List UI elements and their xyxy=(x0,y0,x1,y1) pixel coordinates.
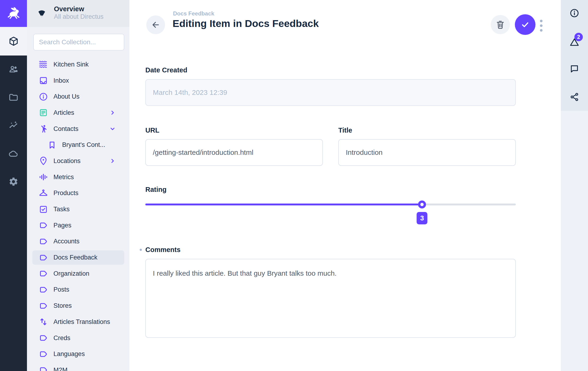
folder-icon[interactable] xyxy=(9,92,19,102)
module-content-active[interactable] xyxy=(0,27,27,56)
sidebar-item-label: Tasks xyxy=(53,206,70,213)
date-created-input xyxy=(146,89,515,97)
save-button[interactable] xyxy=(515,14,536,35)
date-created-field xyxy=(145,79,516,106)
project-title: Overview xyxy=(54,5,84,13)
sidebar-item-locations[interactable]: Locations xyxy=(27,153,129,169)
sidebar-item-label: Docs Feedback xyxy=(53,254,97,261)
equalizer-icon xyxy=(39,172,48,182)
tag-icon xyxy=(39,285,48,294)
sidebar-item-label: M2M xyxy=(53,367,68,371)
project-header[interactable]: Overview All about Directus xyxy=(27,0,129,27)
sidebar-item-label: Articles Translations xyxy=(53,318,110,326)
sidebar-item-articles[interactable]: Articles xyxy=(27,105,129,121)
title-input[interactable] xyxy=(339,149,515,156)
item-form: Date Created URL Title Rating 3 Comments xyxy=(145,0,516,371)
sidebar-item-creds[interactable]: Creds xyxy=(27,330,129,346)
url-label: URL xyxy=(145,127,159,134)
cloud-icon[interactable] xyxy=(9,149,19,159)
chevron-down-icon[interactable] xyxy=(109,125,116,132)
kebab-dot xyxy=(540,20,543,22)
sidebar-item-bryants-contacts[interactable]: Bryant's Cont... xyxy=(27,137,129,153)
sidebar-item-docs-feedback[interactable]: Docs Feedback xyxy=(27,250,129,266)
sidebar-item-label: Locations xyxy=(53,157,81,165)
sidebar-item-accounts[interactable]: Accounts xyxy=(27,233,129,250)
sidebar-item-languages[interactable]: Languages xyxy=(27,346,129,362)
sidebar-item-label: About Us xyxy=(53,93,79,100)
directus-rabbit-icon xyxy=(6,6,21,21)
sidebar-item-posts[interactable]: Posts xyxy=(27,282,129,298)
sidebar-item-label: Articles xyxy=(53,109,74,116)
title-field xyxy=(338,139,516,166)
rating-slider-handle[interactable] xyxy=(418,201,426,209)
sidebar-item-inbox[interactable]: Inbox xyxy=(27,73,129,89)
tag-icon xyxy=(39,333,48,343)
url-input[interactable] xyxy=(146,149,322,156)
info-icon xyxy=(39,92,48,101)
item-edit-page: Docs Feedback Editing Item in Docs Feedb… xyxy=(129,0,561,371)
sidebar-item-pages[interactable]: Pages xyxy=(27,217,129,233)
right-sidebar: 2 xyxy=(561,0,588,371)
info-icon[interactable] xyxy=(569,8,579,18)
sidebar-item-label: Bryant's Cont... xyxy=(62,141,105,149)
sidebar-item-about-us[interactable]: About Us xyxy=(27,89,129,105)
gear-icon[interactable] xyxy=(9,177,19,187)
tag-icon xyxy=(39,365,48,371)
comments-textarea[interactable]: I really liked this article. But that gu… xyxy=(145,259,516,338)
person-waving-icon xyxy=(39,124,48,133)
field-edited-dot xyxy=(140,249,142,251)
sidebar-item-organization[interactable]: Organization xyxy=(27,266,129,282)
title-label: Title xyxy=(338,127,352,134)
kebab-dot xyxy=(540,29,543,32)
date-created-label: Date Created xyxy=(145,66,187,74)
sidebar-item-metrics[interactable]: Metrics xyxy=(27,169,129,185)
sidebar-item-label: Kitchen Sink xyxy=(53,61,89,68)
chevron-right-icon[interactable] xyxy=(109,157,116,164)
bookmark-icon xyxy=(47,140,57,150)
comments-label: Comments xyxy=(145,246,180,254)
task-check-icon xyxy=(39,205,48,214)
module-bar xyxy=(0,0,27,371)
fan-icon xyxy=(36,8,47,19)
chevron-right-icon[interactable] xyxy=(109,109,116,116)
tag-icon xyxy=(39,301,48,311)
comment-bubble-icon[interactable] xyxy=(569,64,579,74)
sidebar-item-tasks[interactable]: Tasks xyxy=(27,201,129,217)
tag-icon xyxy=(39,221,48,230)
notification-badge: 2 xyxy=(574,33,583,41)
project-subtitle: All about Directus xyxy=(54,13,104,20)
inbox-icon xyxy=(39,76,48,85)
rating-slider[interactable]: 3 xyxy=(145,203,516,205)
more-options-button[interactable] xyxy=(540,20,543,32)
sidebar-item-label: Accounts xyxy=(53,238,79,245)
search-collection-input[interactable] xyxy=(33,34,124,50)
sidebar-item-label: Inbox xyxy=(53,77,69,84)
sidebar-item-label: Contacts xyxy=(53,125,79,132)
sidebar-item-m2m[interactable]: M2M xyxy=(27,362,129,371)
sidebar-item-kitchen-sink[interactable]: Kitchen Sink xyxy=(27,56,129,73)
sidebar-item-label: Languages xyxy=(53,350,85,358)
waves-icon xyxy=(39,60,48,69)
sidebar-item-contacts[interactable]: Contacts xyxy=(27,121,129,137)
tag-icon xyxy=(39,253,48,262)
people-icon[interactable] xyxy=(9,64,19,74)
sidebar-item-label: Metrics xyxy=(53,174,74,181)
sidebar-item-label: Products xyxy=(53,190,79,197)
comments-field: I really liked this article. But that gu… xyxy=(145,259,516,338)
rating-value-badge: 3 xyxy=(417,212,427,224)
search-collection xyxy=(33,34,124,50)
sidebar-item-stores[interactable]: Stores xyxy=(27,298,129,314)
insights-icon[interactable] xyxy=(9,120,19,130)
hanger-icon xyxy=(39,189,48,198)
sidebar-item-label: Posts xyxy=(53,286,69,293)
sidebar-item-products[interactable]: Products xyxy=(27,185,129,201)
sidebar-item-articles-translations[interactable]: Articles Translations xyxy=(27,314,129,330)
tag-icon xyxy=(39,269,48,278)
url-field xyxy=(145,139,323,166)
tag-icon xyxy=(39,237,48,246)
check-icon xyxy=(520,19,531,30)
share-icon[interactable] xyxy=(569,92,579,102)
swap-vertical-icon xyxy=(39,317,48,327)
directus-logo[interactable] xyxy=(0,0,27,27)
collections-sidebar: Overview All about Directus Kitchen Sink xyxy=(27,0,129,371)
